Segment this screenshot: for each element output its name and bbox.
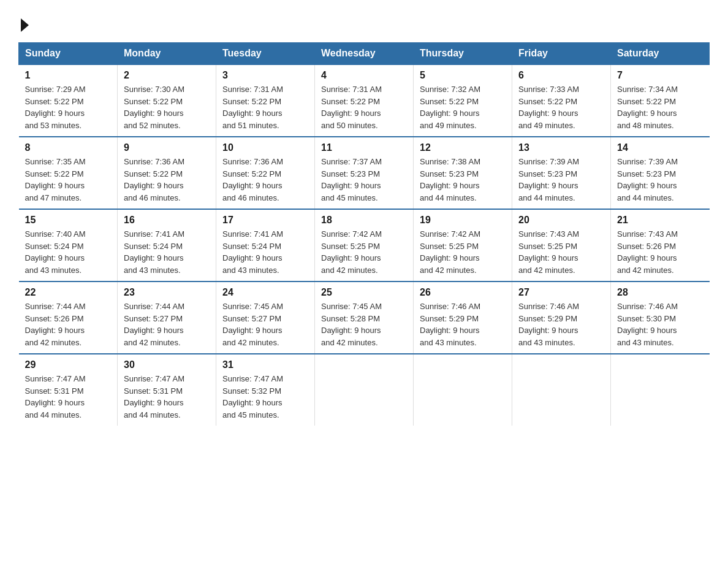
day-number: 20 — [518, 215, 604, 226]
day-number: 8 — [25, 142, 112, 153]
day-info: Sunrise: 7:47 AMSunset: 5:32 PMDaylight:… — [222, 373, 308, 421]
header-day-monday: Monday — [118, 43, 216, 65]
day-info: Sunrise: 7:41 AMSunset: 5:24 PMDaylight:… — [124, 228, 210, 276]
day-number: 29 — [25, 359, 112, 370]
day-number: 5 — [420, 70, 506, 81]
day-info: Sunrise: 7:45 AMSunset: 5:28 PMDaylight:… — [321, 301, 407, 348]
calendar-cell: 11Sunrise: 7:37 AMSunset: 5:23 PMDayligh… — [315, 137, 414, 209]
day-info: Sunrise: 7:34 AMSunset: 5:22 PMDaylight:… — [617, 83, 703, 131]
calendar-week-row: 8Sunrise: 7:35 AMSunset: 5:22 PMDaylight… — [19, 137, 710, 209]
calendar-cell: 24Sunrise: 7:45 AMSunset: 5:27 PMDayligh… — [216, 282, 315, 354]
calendar-cell: 23Sunrise: 7:44 AMSunset: 5:27 PMDayligh… — [118, 282, 216, 354]
day-info: Sunrise: 7:46 AMSunset: 5:29 PMDaylight:… — [420, 301, 506, 348]
day-info: Sunrise: 7:43 AMSunset: 5:26 PMDaylight:… — [617, 228, 703, 276]
calendar-cell: 20Sunrise: 7:43 AMSunset: 5:25 PMDayligh… — [512, 209, 611, 282]
calendar-header-row: SundayMondayTuesdayWednesdayThursdayFrid… — [19, 43, 710, 65]
day-number: 28 — [617, 287, 703, 298]
calendar-cell: 9Sunrise: 7:36 AMSunset: 5:22 PMDaylight… — [118, 137, 216, 209]
day-number: 7 — [617, 70, 703, 81]
calendar-cell: 10Sunrise: 7:36 AMSunset: 5:22 PMDayligh… — [216, 137, 315, 209]
page-header — [18, 12, 710, 33]
calendar-cell — [512, 354, 611, 426]
calendar-cell: 30Sunrise: 7:47 AMSunset: 5:31 PMDayligh… — [118, 354, 216, 426]
day-info: Sunrise: 7:37 AMSunset: 5:23 PMDaylight:… — [321, 156, 407, 204]
day-number: 13 — [518, 142, 604, 153]
day-info: Sunrise: 7:33 AMSunset: 5:22 PMDaylight:… — [518, 83, 604, 131]
calendar-cell: 7Sunrise: 7:34 AMSunset: 5:22 PMDaylight… — [611, 64, 710, 137]
day-number: 19 — [420, 215, 506, 226]
day-number: 2 — [124, 70, 210, 81]
day-info: Sunrise: 7:46 AMSunset: 5:30 PMDaylight:… — [617, 301, 703, 348]
day-info: Sunrise: 7:47 AMSunset: 5:31 PMDaylight:… — [124, 373, 210, 421]
day-number: 16 — [124, 215, 210, 226]
calendar-cell: 16Sunrise: 7:41 AMSunset: 5:24 PMDayligh… — [118, 209, 216, 282]
day-number: 21 — [617, 215, 703, 226]
day-info: Sunrise: 7:32 AMSunset: 5:22 PMDaylight:… — [420, 83, 506, 131]
day-number: 24 — [222, 287, 308, 298]
day-number: 18 — [321, 215, 407, 226]
day-info: Sunrise: 7:44 AMSunset: 5:26 PMDaylight:… — [25, 301, 112, 348]
day-info: Sunrise: 7:45 AMSunset: 5:27 PMDaylight:… — [222, 301, 308, 348]
calendar-cell — [414, 354, 512, 426]
header-day-friday: Friday — [512, 43, 611, 65]
calendar-week-row: 29Sunrise: 7:47 AMSunset: 5:31 PMDayligh… — [19, 354, 710, 426]
calendar-cell: 4Sunrise: 7:31 AMSunset: 5:22 PMDaylight… — [315, 64, 414, 137]
calendar-week-row: 22Sunrise: 7:44 AMSunset: 5:26 PMDayligh… — [19, 282, 710, 354]
calendar-cell: 17Sunrise: 7:41 AMSunset: 5:24 PMDayligh… — [216, 209, 315, 282]
calendar-cell: 12Sunrise: 7:38 AMSunset: 5:23 PMDayligh… — [414, 137, 512, 209]
day-info: Sunrise: 7:39 AMSunset: 5:23 PMDaylight:… — [617, 156, 703, 204]
day-info: Sunrise: 7:36 AMSunset: 5:22 PMDaylight:… — [222, 156, 308, 204]
day-info: Sunrise: 7:36 AMSunset: 5:22 PMDaylight:… — [124, 156, 210, 204]
logo — [18, 12, 29, 33]
day-number: 12 — [420, 142, 506, 153]
calendar-cell: 28Sunrise: 7:46 AMSunset: 5:30 PMDayligh… — [611, 282, 710, 354]
calendar-cell: 15Sunrise: 7:40 AMSunset: 5:24 PMDayligh… — [19, 209, 118, 282]
day-info: Sunrise: 7:43 AMSunset: 5:25 PMDaylight:… — [518, 228, 604, 276]
header-day-tuesday: Tuesday — [216, 43, 315, 65]
day-number: 30 — [124, 359, 210, 370]
header-day-thursday: Thursday — [414, 43, 512, 65]
day-info: Sunrise: 7:41 AMSunset: 5:24 PMDaylight:… — [222, 228, 308, 276]
day-info: Sunrise: 7:47 AMSunset: 5:31 PMDaylight:… — [25, 373, 112, 421]
calendar-cell: 5Sunrise: 7:32 AMSunset: 5:22 PMDaylight… — [414, 64, 512, 137]
calendar-cell: 13Sunrise: 7:39 AMSunset: 5:23 PMDayligh… — [512, 137, 611, 209]
calendar-cell: 1Sunrise: 7:29 AMSunset: 5:22 PMDaylight… — [19, 64, 118, 137]
day-number: 9 — [124, 142, 210, 153]
day-number: 4 — [321, 70, 407, 81]
day-number: 25 — [321, 287, 407, 298]
calendar-cell: 3Sunrise: 7:31 AMSunset: 5:22 PMDaylight… — [216, 64, 315, 137]
calendar-cell: 19Sunrise: 7:42 AMSunset: 5:25 PMDayligh… — [414, 209, 512, 282]
day-number: 17 — [222, 215, 308, 226]
day-number: 11 — [321, 142, 407, 153]
calendar-cell: 25Sunrise: 7:45 AMSunset: 5:28 PMDayligh… — [315, 282, 414, 354]
day-info: Sunrise: 7:29 AMSunset: 5:22 PMDaylight:… — [25, 83, 112, 131]
calendar-cell: 8Sunrise: 7:35 AMSunset: 5:22 PMDaylight… — [19, 137, 118, 209]
day-info: Sunrise: 7:40 AMSunset: 5:24 PMDaylight:… — [25, 228, 112, 276]
day-number: 22 — [25, 287, 112, 298]
calendar-week-row: 15Sunrise: 7:40 AMSunset: 5:24 PMDayligh… — [19, 209, 710, 282]
calendar-week-row: 1Sunrise: 7:29 AMSunset: 5:22 PMDaylight… — [19, 64, 710, 137]
day-number: 14 — [617, 142, 703, 153]
day-number: 31 — [222, 359, 308, 370]
day-number: 3 — [222, 70, 308, 81]
day-info: Sunrise: 7:31 AMSunset: 5:22 PMDaylight:… — [222, 83, 308, 131]
calendar-cell: 21Sunrise: 7:43 AMSunset: 5:26 PMDayligh… — [611, 209, 710, 282]
day-info: Sunrise: 7:42 AMSunset: 5:25 PMDaylight:… — [321, 228, 407, 276]
day-number: 1 — [25, 70, 112, 81]
calendar-cell: 22Sunrise: 7:44 AMSunset: 5:26 PMDayligh… — [19, 282, 118, 354]
calendar-cell: 6Sunrise: 7:33 AMSunset: 5:22 PMDaylight… — [512, 64, 611, 137]
day-info: Sunrise: 7:30 AMSunset: 5:22 PMDaylight:… — [124, 83, 210, 131]
day-number: 10 — [222, 142, 308, 153]
header-day-sunday: Sunday — [19, 43, 118, 65]
header-day-wednesday: Wednesday — [315, 43, 414, 65]
calendar-cell: 31Sunrise: 7:47 AMSunset: 5:32 PMDayligh… — [216, 354, 315, 426]
calendar-cell: 18Sunrise: 7:42 AMSunset: 5:25 PMDayligh… — [315, 209, 414, 282]
calendar-table: SundayMondayTuesdayWednesdayThursdayFrid… — [18, 42, 710, 426]
calendar-cell: 26Sunrise: 7:46 AMSunset: 5:29 PMDayligh… — [414, 282, 512, 354]
calendar-cell: 2Sunrise: 7:30 AMSunset: 5:22 PMDaylight… — [118, 64, 216, 137]
day-number: 26 — [420, 287, 506, 298]
calendar-cell: 29Sunrise: 7:47 AMSunset: 5:31 PMDayligh… — [19, 354, 118, 426]
calendar-cell — [315, 354, 414, 426]
day-number: 15 — [25, 215, 112, 226]
day-info: Sunrise: 7:38 AMSunset: 5:23 PMDaylight:… — [420, 156, 506, 204]
